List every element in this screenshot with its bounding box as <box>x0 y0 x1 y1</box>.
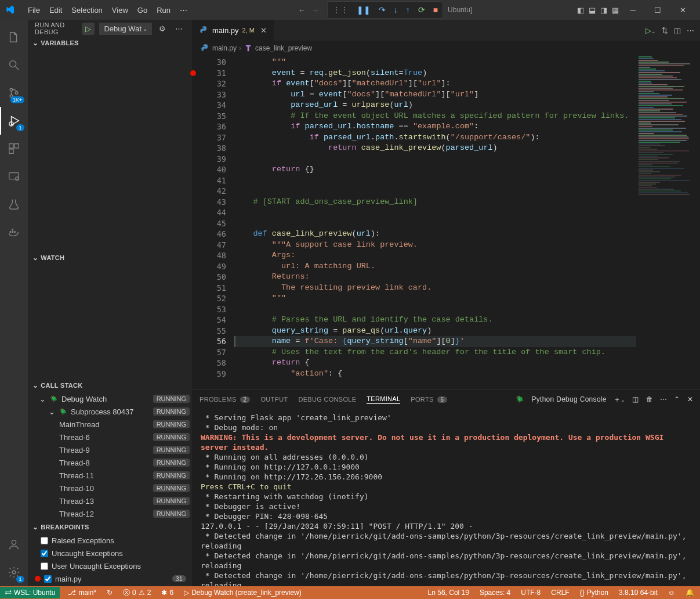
svg-rect-11 <box>10 231 12 233</box>
tab-close-icon[interactable]: ✕ <box>260 26 267 35</box>
callstack-header[interactable]: ⌄CALL STACK <box>28 380 192 391</box>
settings-gear-icon[interactable]: 1 <box>0 558 28 586</box>
callstack-row[interactable]: Thread-10RUNNING <box>28 482 192 495</box>
indentation[interactable]: Spaces: 4 <box>477 589 513 597</box>
callstack-row[interactable]: MainThreadRUNNING <box>28 418 192 431</box>
code-content[interactable]: """ event = req.get_json(silent=True) if… <box>234 56 636 389</box>
explorer-icon[interactable] <box>0 23 28 51</box>
search-icon[interactable] <box>0 51 28 79</box>
step-out-icon[interactable]: ↑ <box>404 3 412 17</box>
minimize-icon[interactable]: ─ <box>623 2 643 18</box>
debug-target-status[interactable]: ▷Debug Watch (create_link_preview) <box>182 589 304 597</box>
chevron-up-icon[interactable]: ⌃ <box>674 395 680 403</box>
terminal-title[interactable]: Python Debug Console <box>531 395 606 403</box>
chevron-down-icon: ⌄ <box>143 26 147 32</box>
git-branch[interactable]: ⎇main* <box>66 589 99 597</box>
menu-file[interactable]: File <box>23 2 45 18</box>
callstack-row[interactable]: Thread-8RUNNING <box>28 456 192 469</box>
menu-selection[interactable]: Selection <box>67 2 107 18</box>
kill-terminal-icon[interactable]: 🗑 <box>646 395 653 403</box>
source-control-icon[interactable]: 1K+ <box>0 79 28 107</box>
breadcrumb[interactable]: main.py › case_link_preview <box>193 41 700 56</box>
split-editor-icon[interactable]: ◫ <box>674 26 681 35</box>
feedback-icon[interactable]: ☺ <box>666 589 677 597</box>
menu-view[interactable]: View <box>107 2 133 18</box>
encoding[interactable]: UTF-8 <box>518 589 543 597</box>
svg-point-10 <box>16 177 19 181</box>
tab-main-py[interactable]: main.py 2, M ✕ <box>193 20 274 41</box>
layout-right-icon[interactable]: ◨ <box>600 6 607 15</box>
start-debug-icon[interactable]: ▷ <box>82 23 95 35</box>
more-icon[interactable]: ⋯ <box>173 23 185 34</box>
docker-icon[interactable] <box>0 218 28 246</box>
lint-status[interactable]: ✱6 <box>159 589 176 597</box>
variables-header[interactable]: ⌄VARIABLES <box>28 37 192 49</box>
remote-indicator[interactable]: ⮂WSL: Ubuntu <box>0 587 60 598</box>
drag-handle-icon[interactable]: ⋮⋮ <box>330 3 351 17</box>
step-over-icon[interactable]: ↷ <box>376 3 388 17</box>
menu-overflow-icon[interactable]: ⋯ <box>175 2 192 18</box>
code-editor[interactable]: 3031323334353637383940414243444546474849… <box>193 56 700 389</box>
terminal-output[interactable]: * Serving Flask app 'create_link_preview… <box>193 409 700 586</box>
source-control-badge: 1K+ <box>10 96 24 103</box>
debug-badge: 1 <box>16 124 24 131</box>
accounts-icon[interactable] <box>0 531 28 558</box>
git-sync[interactable]: ↻ <box>104 589 115 597</box>
callstack-row[interactable]: Thread-13RUNNING <box>28 495 192 507</box>
close-icon[interactable]: ✕ <box>673 2 693 18</box>
debug-config-select[interactable]: Debug Wat ⌄ <box>99 23 152 35</box>
tab-problems[interactable]: PROBLEMS2 <box>200 396 250 403</box>
maximize-icon[interactable]: ☐ <box>647 2 668 18</box>
nav-back-icon[interactable]: ← <box>298 6 306 15</box>
tab-more-icon[interactable]: ⋯ <box>687 26 694 35</box>
tab-ports[interactable]: PORTS6 <box>411 396 447 403</box>
python-interpreter[interactable]: 3.8.10 64-bit <box>616 589 660 597</box>
bp-uncaught[interactable]: Uncaught Exceptions <box>28 547 192 560</box>
menu-run[interactable]: Run <box>152 2 175 18</box>
callstack-row[interactable]: ⌄🪲Subprocess 80437RUNNING <box>28 405 192 418</box>
breakpoint-dot-icon <box>35 576 41 582</box>
notifications-icon[interactable]: 🔔 <box>683 589 697 597</box>
remote-explorer-icon[interactable] <box>0 163 28 190</box>
errors-warnings[interactable]: ⓧ0 ⚠2 <box>121 588 153 598</box>
menu-go[interactable]: Go <box>133 2 152 18</box>
new-terminal-icon[interactable]: ＋⌄ <box>614 395 626 405</box>
callstack-row[interactable]: ⌄🪲Debug WatchRUNNING <box>28 392 192 405</box>
callstack-row[interactable]: Thread-6RUNNING <box>28 431 192 443</box>
debug-settings-gear-icon[interactable]: ⚙ <box>157 23 168 34</box>
layout-bottom-icon[interactable]: ⬓ <box>589 6 596 15</box>
callstack-row[interactable]: Thread-11RUNNING <box>28 469 192 482</box>
lang-mode[interactable]: {}Python <box>578 589 611 597</box>
split-terminal-icon[interactable]: ◫ <box>632 395 639 403</box>
bp-file[interactable]: main.py31 <box>28 572 192 585</box>
menu-edit[interactable]: Edit <box>45 2 67 18</box>
testing-icon[interactable] <box>0 190 28 218</box>
tab-debug-console[interactable]: DEBUG CONSOLE <box>298 396 356 403</box>
run-debug-icon[interactable]: 1 <box>0 107 28 135</box>
eol[interactable]: CRLF <box>549 589 571 597</box>
tab-output[interactable]: OUTPUT <box>260 396 288 403</box>
callstack-row[interactable]: Thread-9RUNNING <box>28 443 192 456</box>
diff-icon[interactable]: ⇅ <box>662 26 668 35</box>
layout-grid-icon[interactable]: ▦ <box>612 6 619 15</box>
cursor-position[interactable]: Ln 56, Col 19 <box>426 589 471 597</box>
panel-more-icon[interactable]: ⋯ <box>660 395 667 403</box>
panel-close-icon[interactable]: ✕ <box>687 395 693 403</box>
debug-toolbar[interactable]: ⋮⋮ ❚❚ ↷ ↓ ↑ ⟳ ■ <box>327 1 443 19</box>
breakpoints-header[interactable]: ⌄BREAKPOINTS <box>28 521 192 533</box>
run-play-icon[interactable]: ▷⌄ <box>645 26 656 35</box>
tab-terminal[interactable]: TERMINAL <box>367 395 400 404</box>
watch-header[interactable]: ⌄WATCH <box>28 252 192 264</box>
bp-user-uncaught[interactable]: User Uncaught Exceptions <box>28 560 192 572</box>
bp-raised[interactable]: Raised Exceptions <box>28 534 192 547</box>
layout-left-icon[interactable]: ◧ <box>577 6 584 15</box>
nav-forward-icon[interactable]: → <box>311 6 319 15</box>
restart-icon[interactable]: ⟳ <box>416 3 427 17</box>
extensions-icon[interactable] <box>0 135 28 163</box>
minimap[interactable] <box>636 56 700 389</box>
callstack-row[interactable]: Thread-12RUNNING <box>28 507 192 520</box>
stop-icon[interactable]: ■ <box>431 3 440 17</box>
step-into-icon[interactable]: ↓ <box>391 3 400 17</box>
breakpoints-body: Raised Exceptions Uncaught Exceptions Us… <box>28 533 192 586</box>
pause-icon[interactable]: ❚❚ <box>354 3 373 17</box>
